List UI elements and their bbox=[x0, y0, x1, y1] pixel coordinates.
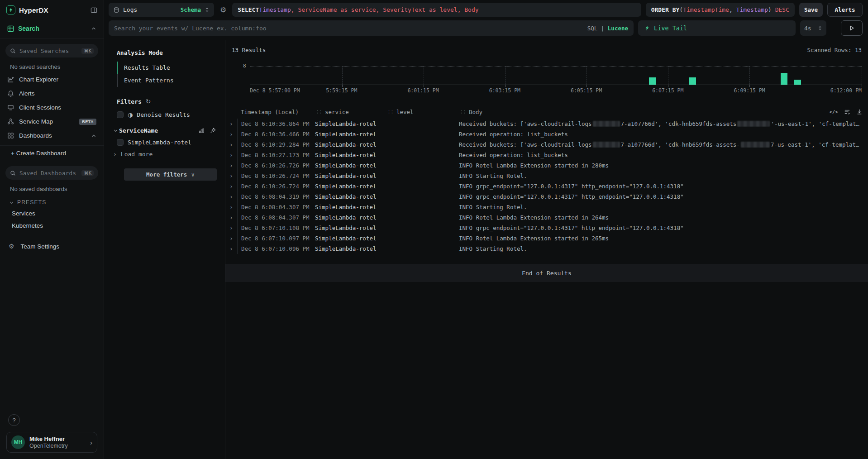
refresh-interval-select[interactable]: 4s bbox=[800, 20, 826, 36]
user-card[interactable]: MH Mike Heffner OpenTelemetry › bbox=[6, 432, 97, 453]
bar-chart-icon[interactable] bbox=[199, 128, 205, 134]
table-row[interactable]: ›Dec 8 6:08:04.307 PMSimpleLambda-rotelI… bbox=[225, 202, 868, 212]
mode-results-table[interactable]: Results Table bbox=[117, 62, 218, 74]
save-button[interactable]: Save bbox=[799, 3, 823, 17]
sidebar-item-chart-explorer[interactable]: Chart Explorer bbox=[0, 72, 104, 86]
sidebar-item-service-map[interactable]: Service Map BETA bbox=[0, 115, 104, 129]
database-icon bbox=[113, 7, 119, 13]
row-expand-icon[interactable]: › bbox=[225, 152, 237, 158]
saved-dashboards-input[interactable]: Saved Dashboards ⌘K bbox=[5, 166, 98, 180]
chevron-up-icon[interactable] bbox=[91, 26, 96, 31]
table-row[interactable]: ›Dec 8 6:10:26.726 PMSimpleLambda-rotelI… bbox=[225, 160, 868, 171]
source-select[interactable]: Logs Schema bbox=[109, 3, 214, 17]
timestamp-cell: Dec 8 6:08:04.307 PM bbox=[237, 202, 315, 212]
table-row[interactable]: ›Dec 8 6:07:10.097 PMSimpleLambda-rotelI… bbox=[225, 233, 868, 244]
row-expand-icon[interactable]: › bbox=[225, 131, 237, 138]
sidebar-item-alerts[interactable]: Alerts bbox=[0, 86, 104, 100]
chart-bar[interactable] bbox=[649, 77, 656, 85]
row-expand-icon[interactable]: › bbox=[225, 141, 237, 148]
query-toolbar: Logs Schema ⚙ SELECT Timestamp, ServiceN… bbox=[104, 0, 868, 17]
sidebar-item-dashboards[interactable]: Dashboards bbox=[0, 129, 104, 143]
sql-mode-label[interactable]: SQL bbox=[587, 25, 598, 32]
timestamp-cell: Dec 8 6:08:04.319 PM bbox=[237, 191, 315, 202]
select-keyword: SELECT bbox=[238, 6, 259, 13]
table-row[interactable]: ›Dec 8 6:10:27.173 PMSimpleLambda-rotelR… bbox=[225, 150, 868, 160]
event-search-input[interactable]: Search your events w/ Lucene ex. column:… bbox=[109, 20, 634, 36]
sidebar-item-kubernetes[interactable]: Kubernetes bbox=[0, 220, 104, 232]
chevron-up-icon[interactable] bbox=[91, 133, 96, 139]
code-icon[interactable]: </> bbox=[829, 109, 838, 115]
alerts-button[interactable]: Alerts bbox=[827, 3, 863, 17]
chart-gridline bbox=[587, 66, 587, 85]
lucene-mode-label[interactable]: Lucene bbox=[608, 25, 628, 32]
col-service[interactable]: ⋮⋮service bbox=[315, 109, 386, 115]
sidebar-item-team-settings[interactable]: ⚙ Team Settings bbox=[0, 239, 104, 253]
presets-header[interactable]: PRESETS bbox=[0, 195, 104, 207]
table-row[interactable]: ›Dec 8 6:10:29.284 PMSimpleLambda-rotelR… bbox=[225, 139, 868, 150]
row-expand-icon[interactable]: › bbox=[225, 172, 237, 179]
search-grid-icon bbox=[7, 25, 14, 32]
drag-handle-icon[interactable]: ⋮⋮ bbox=[459, 109, 465, 115]
row-expand-icon[interactable]: › bbox=[225, 245, 237, 252]
row-expand-icon[interactable]: › bbox=[225, 235, 237, 242]
chart-bar[interactable] bbox=[781, 73, 787, 85]
sidebar-collapse-icon[interactable] bbox=[91, 7, 97, 14]
table-row[interactable]: ›Dec 8 6:10:36.864 PMSimpleLambda-rotelR… bbox=[225, 119, 868, 129]
col-body[interactable]: ⋮⋮Body bbox=[459, 109, 821, 115]
download-icon[interactable] bbox=[856, 109, 863, 115]
query-language-toggle[interactable]: SQL | Lucene bbox=[587, 25, 628, 32]
order-by-input[interactable]: ORDER BY (TimestampTime, Timestamp) DESC bbox=[646, 3, 795, 17]
drag-handle-icon[interactable]: ⋮⋮ bbox=[315, 109, 321, 115]
chart-bar[interactable] bbox=[689, 77, 696, 85]
row-expand-icon[interactable]: › bbox=[225, 214, 237, 221]
row-expand-icon[interactable]: › bbox=[225, 162, 237, 169]
select-clause-input[interactable]: SELECT Timestamp, ServiceName as service… bbox=[232, 3, 641, 17]
row-expand-icon[interactable]: › bbox=[225, 193, 237, 200]
sidebar-item-search[interactable]: Search bbox=[0, 19, 104, 38]
saved-searches-input[interactable]: Saved Searches ⌘K bbox=[5, 44, 98, 57]
table-row[interactable]: ›Dec 8 6:07:10.096 PMSimpleLambda-rotelI… bbox=[225, 244, 868, 254]
schema-link[interactable]: Schema bbox=[181, 6, 201, 13]
live-tail-button[interactable]: Live Tail bbox=[638, 20, 796, 36]
sidebar-item-client-sessions[interactable]: Client Sessions bbox=[0, 100, 104, 115]
load-more-button[interactable]: › Load more bbox=[113, 151, 218, 158]
create-dashboard-button[interactable]: + Create Dashboard bbox=[0, 146, 104, 161]
nav-label: Chart Explorer bbox=[19, 76, 58, 83]
service-cell: SimpleLambda-rotel bbox=[315, 131, 386, 138]
run-query-button[interactable] bbox=[841, 20, 863, 36]
row-expand-icon[interactable]: › bbox=[225, 204, 237, 210]
chart-gridline bbox=[424, 66, 424, 85]
denoise-checkbox[interactable] bbox=[117, 111, 124, 118]
row-expand-icon[interactable]: › bbox=[225, 225, 237, 231]
table-row[interactable]: ›Dec 8 6:10:36.466 PMSimpleLambda-rotelR… bbox=[225, 129, 868, 139]
filters-header: Filters ↻ bbox=[117, 98, 218, 105]
help-button[interactable]: ? bbox=[8, 414, 20, 426]
mode-event-patterns[interactable]: Event Patterns bbox=[117, 74, 218, 87]
table-row[interactable]: ›Dec 8 6:08:04.319 PMSimpleLambda-rotelI… bbox=[225, 191, 868, 202]
table-row[interactable]: ›Dec 8 6:10:26.724 PMSimpleLambda-rotelI… bbox=[225, 171, 868, 181]
wrap-lines-icon[interactable] bbox=[844, 109, 850, 115]
logo-row: HyperDX bbox=[0, 0, 104, 19]
denoise-results-option[interactable]: ◑ Denoise Results bbox=[117, 111, 218, 118]
chart-bar[interactable] bbox=[794, 80, 801, 85]
table-row[interactable]: ›Dec 8 6:10:26.724 PMSimpleLambda-rotelI… bbox=[225, 181, 868, 191]
sidebar-item-services[interactable]: Services bbox=[0, 207, 104, 220]
dashboards-icon bbox=[7, 132, 14, 139]
table-row[interactable]: ›Dec 8 6:07:10.108 PMSimpleLambda-rotelI… bbox=[225, 223, 868, 233]
table-row[interactable]: ›Dec 8 6:08:04.307 PMSimpleLambda-rotelI… bbox=[225, 212, 868, 223]
drag-handle-icon[interactable]: ⋮⋮ bbox=[386, 109, 393, 115]
pin-icon[interactable] bbox=[210, 128, 216, 134]
service-checkbox[interactable] bbox=[117, 139, 124, 146]
chart-gridline bbox=[862, 66, 862, 85]
refresh-icon[interactable]: ↻ bbox=[146, 98, 151, 105]
more-filters-button[interactable]: More filters ∨ bbox=[124, 168, 217, 181]
col-timestamp[interactable]: Timestamp (Local) bbox=[237, 109, 315, 115]
facet-servicename-header[interactable]: ServiceName bbox=[113, 127, 218, 134]
x-tick-label: 6:09:15 PM bbox=[734, 87, 765, 94]
source-settings-gear-icon[interactable]: ⚙ bbox=[220, 5, 226, 14]
row-expand-icon[interactable]: › bbox=[225, 183, 237, 190]
col-level[interactable]: ⋮⋮level bbox=[386, 109, 459, 115]
service-cell: SimpleLambda-rotel bbox=[315, 172, 386, 179]
facet-value-option[interactable]: SimpleLambda-rotel bbox=[117, 139, 218, 146]
row-expand-icon[interactable]: › bbox=[225, 120, 237, 127]
